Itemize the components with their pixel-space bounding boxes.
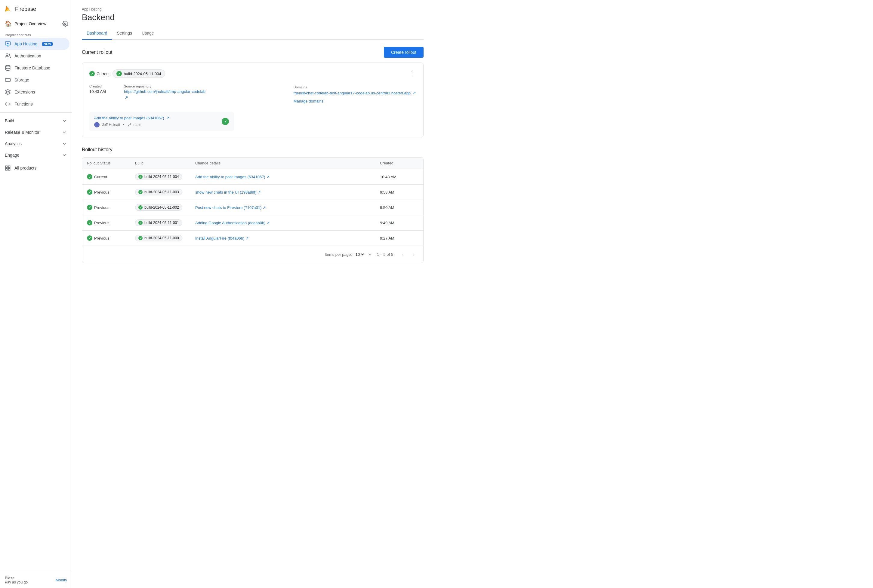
sidebar-item-firestore[interactable]: Firestore Database [0,62,69,74]
change-link[interactable]: Add the ability to post images (6341067)… [195,175,269,179]
build-label: Build [5,118,14,123]
change-text: Add the ability to post images (6341067) [195,175,265,179]
sidebar: Firebase 🏠 Project Overview Project shor… [0,0,72,588]
sidebar-footer: Blaze Pay as you go Modify [0,572,72,588]
change-link[interactable]: Post new chats to Firestore (7107a31) ↗ [195,206,266,210]
items-per-page-label: Items per page: [325,252,352,257]
row-created: 9:49 AM [375,216,423,230]
prev-page-button[interactable]: ‹ [398,249,408,259]
source-repo-link[interactable]: https://github.com/jhuleatt/tmp-angular-… [124,89,206,94]
items-per-page-select[interactable]: 10 25 50 [355,252,365,257]
analytics-category[interactable]: Analytics [0,138,72,149]
row-status: Previous [82,201,130,214]
firestore-icon [5,65,11,71]
status-label: Current [96,72,110,76]
svg-rect-9 [8,169,10,171]
storage-icon [5,77,11,83]
external-link-icon: ↗ [125,95,206,100]
domain-ext-icon: ↗ [412,90,416,95]
col-created: Created [375,158,423,169]
dropdown-icon [367,252,372,257]
sidebar-item-storage[interactable]: Storage [0,74,69,86]
source-repo-label: Source repository [124,84,206,88]
chevron-down-icon [62,118,67,123]
build-id-badge: build-2024-05-11-004 [113,69,165,78]
page-info: 1 – 5 of 5 [377,252,393,257]
row-status-text: Current [94,175,107,179]
row-status: Previous [82,185,130,199]
check-icon-2 [116,71,122,76]
row-created: 9:50 AM [375,201,423,214]
app-hosting-icon [5,41,11,47]
functions-icon [5,101,11,107]
chevron-down-icon-2 [62,130,67,135]
engage-category[interactable]: Engage [0,149,72,161]
row-build: build-2024-05-11-000 [130,231,191,246]
firebase-logo-icon [4,5,12,13]
tab-dashboard[interactable]: Dashboard [82,27,112,40]
create-rollout-button[interactable]: Create rollout [384,47,424,58]
page-nav: ‹ › [398,249,418,259]
row-created: 9:58 AM [375,186,423,199]
change-link[interactable]: Adding Google Authentication (dcaab0b) ↗ [195,220,270,225]
more-options-icon[interactable]: ⋮ [408,69,416,78]
sidebar-item-app-hosting[interactable]: App Hosting NEW [0,38,69,50]
build-check-icon [138,206,143,210]
new-badge: NEW [42,42,53,46]
tab-bar: Dashboard Settings Usage [82,27,424,40]
svg-point-2 [7,43,9,44]
commit-card: Add the ability to post images (6341067)… [89,112,234,131]
row-check-icon [87,236,92,241]
rollout-history-title: Rollout history [82,147,424,152]
commit-meta: Jeff Huleatt • ⎇ main [94,122,169,128]
app-title: Firebase [15,6,36,12]
row-check-icon [87,220,92,225]
row-created: 10:43 AM [375,171,423,183]
author-avatar [94,122,99,128]
ext-icon: ↗ [257,190,261,195]
all-products-item[interactable]: All products [0,162,69,174]
row-status: Previous [82,216,130,230]
row-change: Adding Google Authentication (dcaab0b) ↗ [191,216,375,230]
auth-label: Authentication [14,54,41,58]
change-link[interactable]: Install AngularFire (f04a06b) ↗ [195,236,249,240]
sidebar-item-extensions[interactable]: Extensions [0,86,69,98]
svg-rect-6 [6,166,8,168]
sidebar-item-functions[interactable]: Functions [0,98,69,110]
build-check-icon [138,175,143,179]
change-link[interactable]: show new chats in the UI (198a89f) ↗ [195,190,261,195]
row-build: build-2024-05-11-001 [130,215,191,230]
tab-usage[interactable]: Usage [137,27,159,40]
next-page-button[interactable]: › [409,249,418,259]
functions-label: Functions [14,102,33,106]
main-content-area: App Hosting Backend Dashboard Settings U… [72,0,873,588]
commit-title-link[interactable]: Add the ability to post images (6341067)… [94,116,169,120]
build-check-icon [138,220,143,225]
project-overview-item[interactable]: 🏠 Project Overview [0,18,72,30]
row-status-text: Previous [94,220,110,225]
chevron-down-icon-4 [62,152,67,158]
row-status-text: Previous [94,236,110,240]
domains-label: Domains [294,86,308,89]
svg-point-0 [65,23,66,25]
shortcuts-label: Project shortcuts [0,30,72,38]
tab-settings[interactable]: Settings [112,27,137,40]
settings-icon[interactable] [62,21,68,27]
release-monitor-category[interactable]: Release & Monitor [0,126,72,138]
row-change: show new chats in the UI (198a89f) ↗ [191,186,375,199]
build-category[interactable]: Build [0,115,72,126]
table-row: Previous build-2024-05-11-002 Post new c… [82,200,423,215]
manage-domains-link[interactable]: Manage domains [294,99,416,104]
table-row: Previous build-2024-05-11-001 Adding Goo… [82,215,423,231]
modify-button[interactable]: Modify [56,578,67,582]
domain-link[interactable]: friendlychat-codelab-test-angular17-code… [294,91,411,95]
row-status-text: Previous [94,206,110,210]
chevron-down-icon-3 [62,141,67,146]
domains-meta: Domains friendlychat-codelab-test-angula… [294,84,416,104]
page-title: Backend [82,13,424,22]
svg-point-3 [6,54,8,56]
row-status-text: Previous [94,190,110,195]
change-text: show new chats in the UI (198a89f) [195,190,257,195]
created-time: 10:43 AM [89,89,106,94]
sidebar-item-authentication[interactable]: Authentication [0,50,69,62]
